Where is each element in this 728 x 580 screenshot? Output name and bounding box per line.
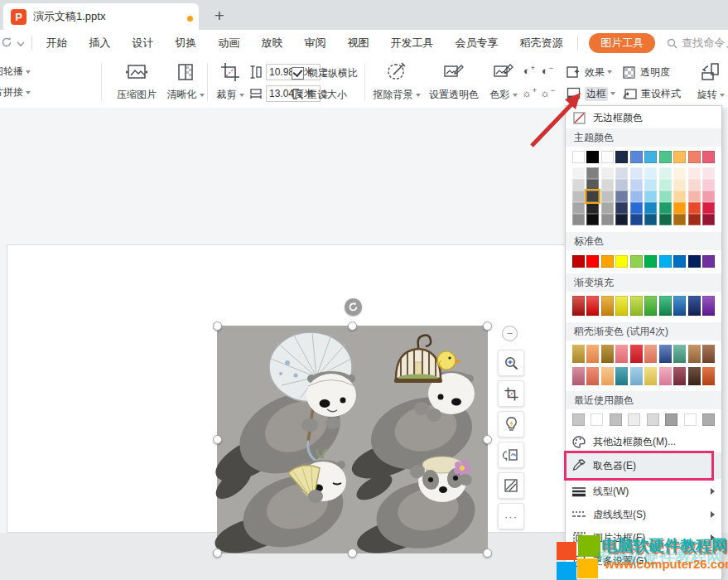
- color-swatch[interactable]: [688, 179, 701, 191]
- color-swatch[interactable]: [644, 367, 657, 385]
- color-swatch[interactable]: [702, 413, 715, 426]
- color-swatch[interactable]: [659, 367, 672, 385]
- color-swatch[interactable]: [702, 179, 715, 191]
- convert-picture-button[interactable]: [498, 442, 524, 468]
- color-swatch[interactable]: [688, 296, 701, 316]
- color-swatch[interactable]: [644, 191, 657, 202]
- color-swatch[interactable]: [601, 191, 614, 202]
- smart-beautify-button[interactable]: [498, 411, 524, 437]
- color-swatch[interactable]: [615, 167, 628, 179]
- color-swatch[interactable]: [586, 191, 599, 202]
- chevron-down-icon[interactable]: [610, 92, 615, 95]
- color-swatch[interactable]: [659, 151, 672, 163]
- color-swatch[interactable]: [572, 191, 585, 202]
- color-swatch[interactable]: [586, 345, 599, 363]
- resize-handle-top-right[interactable]: [483, 321, 492, 331]
- color-swatch[interactable]: [702, 345, 715, 363]
- color-swatch[interactable]: [572, 202, 585, 214]
- color-swatch[interactable]: [673, 214, 686, 225]
- color-swatch[interactable]: [702, 296, 715, 316]
- color-swatch[interactable]: [572, 413, 585, 426]
- color-button[interactable]: 色彩: [485, 60, 522, 104]
- resize-handle-mid-right[interactable]: [483, 435, 492, 444]
- crop-button[interactable]: 裁剪: [212, 60, 248, 104]
- color-swatch[interactable]: [659, 296, 672, 316]
- rotate-button[interactable]: 旋转: [694, 60, 727, 104]
- color-swatch[interactable]: [644, 167, 657, 179]
- brightness-down-button[interactable]: ☼−: [538, 82, 557, 104]
- color-swatch[interactable]: [659, 179, 672, 191]
- eyedropper-item[interactable]: 取色器(E): [566, 452, 721, 479]
- image-carousel-button[interactable]: 图轮播: [0, 61, 31, 82]
- color-swatch[interactable]: [601, 345, 614, 363]
- search-input[interactable]: 查找命令、搜: [667, 36, 728, 51]
- color-swatch[interactable]: [644, 179, 657, 191]
- contrast-down-button[interactable]: ◐−: [538, 60, 557, 82]
- color-swatch[interactable]: [615, 151, 628, 163]
- collapse-toolbar-button[interactable]: −: [502, 326, 518, 341]
- resize-handle-bottom-right[interactable]: [483, 549, 492, 558]
- color-swatch[interactable]: [659, 255, 672, 268]
- color-swatch[interactable]: [572, 367, 585, 385]
- picture-border-item[interactable]: 图片边框(F): [566, 527, 721, 549]
- color-swatch[interactable]: [615, 255, 628, 268]
- color-swatch[interactable]: [702, 167, 715, 179]
- menu-review[interactable]: 审阅: [294, 30, 337, 56]
- color-swatch[interactable]: [644, 255, 657, 268]
- resize-handle-top-mid[interactable]: [348, 321, 357, 331]
- line-style-item[interactable]: 线型(W): [566, 481, 721, 502]
- color-swatch[interactable]: [702, 367, 715, 385]
- color-swatch[interactable]: [586, 296, 599, 316]
- color-swatch[interactable]: [615, 345, 628, 363]
- other-border-colors-item[interactable]: 其他边框颜色(M)...: [566, 431, 721, 452]
- color-swatch[interactable]: [673, 151, 686, 163]
- color-swatch[interactable]: [688, 202, 701, 214]
- color-swatch[interactable]: [673, 345, 686, 363]
- history-dropdown-icon[interactable]: [14, 36, 28, 50]
- color-swatch[interactable]: [572, 151, 585, 163]
- color-swatch[interactable]: [673, 191, 686, 202]
- tab-picture-tools[interactable]: 图片工具: [589, 33, 655, 53]
- color-swatch[interactable]: [615, 202, 628, 214]
- contrast-up-button[interactable]: ◐+: [520, 60, 538, 82]
- color-swatch[interactable]: [572, 214, 585, 225]
- color-swatch[interactable]: [630, 191, 643, 202]
- color-swatch[interactable]: [601, 214, 614, 225]
- brightness-up-button[interactable]: ☼+: [520, 82, 538, 104]
- color-swatch[interactable]: [630, 345, 643, 363]
- color-swatch[interactable]: [586, 151, 599, 163]
- color-swatch[interactable]: [601, 179, 614, 191]
- color-swatch[interactable]: [572, 179, 585, 191]
- color-swatch[interactable]: [630, 214, 643, 225]
- menu-slideshow[interactable]: 放映: [251, 30, 294, 56]
- color-swatch[interactable]: [688, 214, 701, 225]
- no-border-color-item[interactable]: 无边框颜色: [566, 108, 721, 128]
- reset-size-button[interactable]: 重设大小: [292, 84, 358, 105]
- color-swatch[interactable]: [586, 255, 599, 268]
- color-swatch[interactable]: [572, 296, 585, 316]
- menu-animation[interactable]: 动画: [208, 30, 251, 56]
- set-transparent-color-button[interactable]: 设置透明色: [426, 60, 482, 104]
- color-swatch[interactable]: [601, 167, 614, 179]
- color-swatch[interactable]: [615, 296, 628, 316]
- color-swatch[interactable]: [628, 413, 640, 426]
- new-tab-button[interactable]: +: [207, 3, 232, 28]
- color-swatch[interactable]: [586, 214, 599, 225]
- document-tab[interactable]: P 演示文稿1.pptx: [3, 3, 199, 30]
- color-swatch[interactable]: [630, 255, 643, 268]
- color-swatch[interactable]: [659, 167, 672, 179]
- color-swatch[interactable]: [601, 151, 614, 163]
- picture-style-button[interactable]: [498, 472, 524, 499]
- color-swatch[interactable]: [688, 191, 701, 202]
- color-swatch[interactable]: [615, 191, 628, 202]
- color-swatch[interactable]: [688, 167, 701, 179]
- color-swatch[interactable]: [644, 345, 657, 363]
- resize-handle-top-left[interactable]: [213, 321, 222, 331]
- compress-image-button[interactable]: 压缩图片: [113, 60, 161, 104]
- transparency-button[interactable]: 透明度: [623, 61, 681, 83]
- lock-aspect-checkbox[interactable]: 锁定纵横比: [292, 62, 358, 84]
- color-swatch[interactable]: [615, 367, 628, 385]
- effects-button[interactable]: 效果: [566, 61, 615, 83]
- color-swatch[interactable]: [586, 367, 599, 385]
- resize-handle-bottom-left[interactable]: [213, 549, 222, 558]
